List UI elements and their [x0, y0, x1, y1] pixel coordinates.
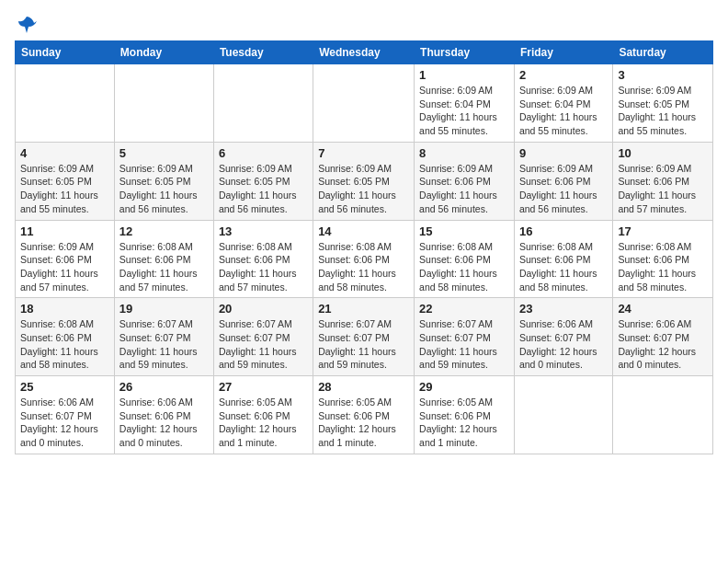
day-info: Sunrise: 6:07 AM Sunset: 6:07 PM Dayligh…	[119, 317, 209, 372]
calendar-cell	[514, 376, 612, 454]
day-number: 10	[618, 146, 708, 160]
calendar-cell: 6Sunrise: 6:09 AM Sunset: 6:05 PM Daylig…	[213, 142, 313, 220]
day-info: Sunrise: 6:09 AM Sunset: 6:05 PM Dayligh…	[618, 84, 708, 138]
calendar-cell: 5Sunrise: 6:09 AM Sunset: 6:05 PM Daylig…	[114, 142, 213, 220]
calendar-cell	[16, 64, 115, 143]
day-number: 16	[519, 224, 608, 238]
day-info: Sunrise: 6:09 AM Sunset: 6:04 PM Dayligh…	[519, 84, 608, 138]
day-info: Sunrise: 6:08 AM Sunset: 6:06 PM Dayligh…	[219, 240, 308, 294]
calendar-cell: 9Sunrise: 6:09 AM Sunset: 6:06 PM Daylig…	[514, 142, 612, 220]
calendar-cell: 4Sunrise: 6:09 AM Sunset: 6:05 PM Daylig…	[16, 142, 115, 220]
day-info: Sunrise: 6:08 AM Sunset: 6:06 PM Dayligh…	[318, 240, 409, 294]
weekday-header-cell: Tuesday	[213, 41, 313, 64]
calendar-cell: 3Sunrise: 6:09 AM Sunset: 6:05 PM Daylig…	[613, 64, 713, 143]
day-number: 2	[519, 68, 608, 82]
calendar-cell: 25Sunrise: 6:06 AM Sunset: 6:07 PM Dayli…	[16, 376, 115, 454]
calendar-cell: 14Sunrise: 6:08 AM Sunset: 6:06 PM Dayli…	[313, 220, 415, 298]
calendar-cell: 10Sunrise: 6:09 AM Sunset: 6:06 PM Dayli…	[613, 142, 713, 220]
day-info: Sunrise: 6:09 AM Sunset: 6:05 PM Dayligh…	[20, 162, 109, 216]
day-number: 25	[20, 380, 109, 394]
day-info: Sunrise: 6:09 AM Sunset: 6:04 PM Dayligh…	[419, 84, 509, 138]
weekday-header-cell: Wednesday	[313, 41, 415, 64]
day-info: Sunrise: 6:09 AM Sunset: 6:06 PM Dayligh…	[419, 162, 509, 216]
calendar-cell: 22Sunrise: 6:07 AM Sunset: 6:07 PM Dayli…	[415, 298, 515, 376]
day-info: Sunrise: 6:09 AM Sunset: 6:06 PM Dayligh…	[20, 240, 109, 294]
calendar-cell: 19Sunrise: 6:07 AM Sunset: 6:07 PM Dayli…	[114, 298, 213, 376]
calendar-cell	[313, 64, 415, 143]
day-info: Sunrise: 6:06 AM Sunset: 6:07 PM Dayligh…	[618, 317, 708, 372]
day-number: 4	[20, 146, 109, 160]
calendar-cell: 24Sunrise: 6:06 AM Sunset: 6:07 PM Dayli…	[613, 298, 713, 376]
weekday-header-cell: Monday	[114, 41, 213, 64]
day-number: 5	[119, 146, 209, 160]
calendar-body: 1Sunrise: 6:09 AM Sunset: 6:04 PM Daylig…	[16, 64, 713, 454]
day-number: 29	[419, 380, 509, 394]
day-number: 13	[219, 224, 308, 238]
calendar-cell: 20Sunrise: 6:07 AM Sunset: 6:07 PM Dayli…	[213, 298, 313, 376]
weekday-header-cell: Sunday	[16, 41, 115, 64]
day-info: Sunrise: 6:05 AM Sunset: 6:06 PM Dayligh…	[318, 396, 409, 450]
day-number: 6	[219, 146, 308, 160]
day-info: Sunrise: 6:07 AM Sunset: 6:07 PM Dayligh…	[318, 317, 409, 372]
day-info: Sunrise: 6:09 AM Sunset: 6:05 PM Dayligh…	[219, 162, 308, 216]
calendar-week-row: 11Sunrise: 6:09 AM Sunset: 6:06 PM Dayli…	[16, 220, 713, 298]
day-number: 27	[219, 380, 308, 394]
calendar-cell: 26Sunrise: 6:06 AM Sunset: 6:06 PM Dayli…	[114, 376, 213, 454]
day-info: Sunrise: 6:06 AM Sunset: 6:07 PM Dayligh…	[519, 317, 608, 372]
calendar-cell: 16Sunrise: 6:08 AM Sunset: 6:06 PM Dayli…	[514, 220, 612, 298]
logo-bird-icon	[17, 15, 37, 35]
weekday-header-cell: Thursday	[415, 41, 515, 64]
weekday-header-row: SundayMondayTuesdayWednesdayThursdayFrid…	[16, 41, 713, 64]
day-info: Sunrise: 6:05 AM Sunset: 6:06 PM Dayligh…	[219, 396, 308, 450]
calendar-cell: 7Sunrise: 6:09 AM Sunset: 6:05 PM Daylig…	[313, 142, 415, 220]
calendar-week-row: 1Sunrise: 6:09 AM Sunset: 6:04 PM Daylig…	[16, 64, 713, 143]
calendar-week-row: 25Sunrise: 6:06 AM Sunset: 6:07 PM Dayli…	[16, 376, 713, 454]
calendar-cell	[613, 376, 713, 454]
weekday-header-cell: Saturday	[613, 41, 713, 64]
day-info: Sunrise: 6:09 AM Sunset: 6:06 PM Dayligh…	[618, 162, 708, 216]
logo	[15, 15, 37, 31]
day-number: 23	[519, 302, 608, 316]
page-header	[15, 15, 713, 31]
calendar-cell: 17Sunrise: 6:08 AM Sunset: 6:06 PM Dayli…	[613, 220, 713, 298]
day-info: Sunrise: 6:09 AM Sunset: 6:06 PM Dayligh…	[519, 162, 608, 216]
day-number: 11	[20, 224, 109, 238]
calendar-cell: 23Sunrise: 6:06 AM Sunset: 6:07 PM Dayli…	[514, 298, 612, 376]
calendar-cell: 28Sunrise: 6:05 AM Sunset: 6:06 PM Dayli…	[313, 376, 415, 454]
day-info: Sunrise: 6:07 AM Sunset: 6:07 PM Dayligh…	[419, 317, 509, 372]
day-number: 18	[20, 302, 109, 316]
day-number: 28	[318, 380, 409, 394]
day-number: 19	[119, 302, 209, 316]
day-number: 9	[519, 146, 608, 160]
calendar-cell: 8Sunrise: 6:09 AM Sunset: 6:06 PM Daylig…	[415, 142, 515, 220]
day-info: Sunrise: 6:08 AM Sunset: 6:06 PM Dayligh…	[20, 317, 109, 372]
calendar-week-row: 4Sunrise: 6:09 AM Sunset: 6:05 PM Daylig…	[16, 142, 713, 220]
calendar-cell: 1Sunrise: 6:09 AM Sunset: 6:04 PM Daylig…	[415, 64, 515, 143]
day-number: 7	[318, 146, 409, 160]
calendar-cell: 18Sunrise: 6:08 AM Sunset: 6:06 PM Dayli…	[16, 298, 115, 376]
day-info: Sunrise: 6:08 AM Sunset: 6:06 PM Dayligh…	[419, 240, 509, 294]
day-number: 20	[219, 302, 308, 316]
calendar-cell: 13Sunrise: 6:08 AM Sunset: 6:06 PM Dayli…	[213, 220, 313, 298]
calendar-cell: 11Sunrise: 6:09 AM Sunset: 6:06 PM Dayli…	[16, 220, 115, 298]
calendar-cell: 15Sunrise: 6:08 AM Sunset: 6:06 PM Dayli…	[415, 220, 515, 298]
day-number: 17	[618, 224, 708, 238]
day-info: Sunrise: 6:06 AM Sunset: 6:07 PM Dayligh…	[20, 396, 109, 450]
calendar-cell: 29Sunrise: 6:05 AM Sunset: 6:06 PM Dayli…	[415, 376, 515, 454]
day-info: Sunrise: 6:08 AM Sunset: 6:06 PM Dayligh…	[519, 240, 608, 294]
day-number: 3	[618, 68, 708, 82]
day-info: Sunrise: 6:06 AM Sunset: 6:06 PM Dayligh…	[119, 396, 209, 450]
day-number: 1	[419, 68, 509, 82]
calendar-cell	[213, 64, 313, 143]
day-info: Sunrise: 6:08 AM Sunset: 6:06 PM Dayligh…	[119, 240, 209, 294]
calendar-table: SundayMondayTuesdayWednesdayThursdayFrid…	[15, 40, 713, 454]
day-number: 26	[119, 380, 209, 394]
day-number: 8	[419, 146, 509, 160]
day-number: 15	[419, 224, 509, 238]
calendar-cell: 12Sunrise: 6:08 AM Sunset: 6:06 PM Dayli…	[114, 220, 213, 298]
day-info: Sunrise: 6:09 AM Sunset: 6:05 PM Dayligh…	[318, 162, 409, 216]
calendar-cell	[114, 64, 213, 143]
weekday-header-cell: Friday	[514, 41, 612, 64]
day-number: 22	[419, 302, 509, 316]
calendar-cell: 2Sunrise: 6:09 AM Sunset: 6:04 PM Daylig…	[514, 64, 612, 143]
